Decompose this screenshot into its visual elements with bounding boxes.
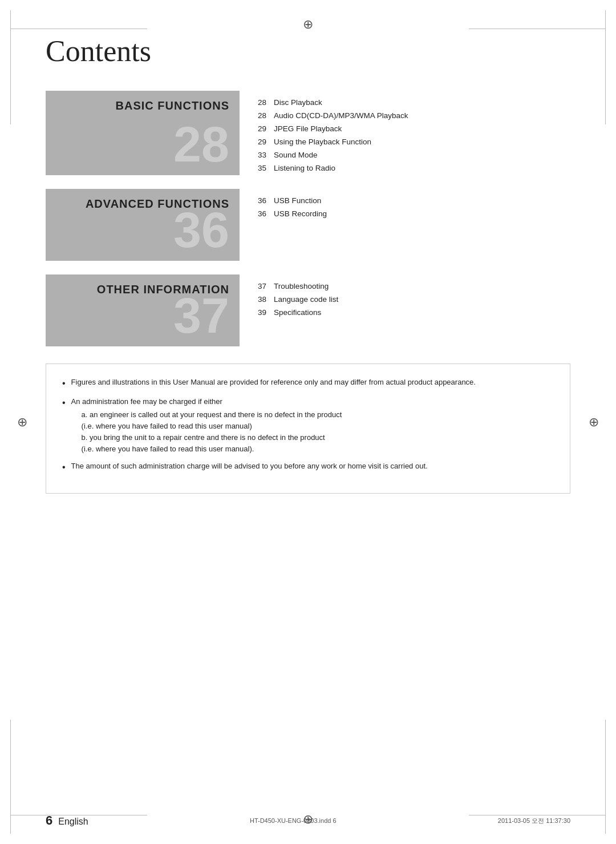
notice-item: •Figures and illustrations in this User …: [62, 377, 554, 391]
notice-bullet-icon: •: [62, 377, 66, 391]
toc-item-text: USB Recording: [274, 208, 327, 221]
toc-item-text: Listening to Radio: [274, 162, 335, 175]
toc-item-number: 36: [258, 195, 274, 208]
crosshair-right-icon: ⊕: [589, 415, 599, 430]
notice-box: •Figures and illustrations in this User …: [46, 364, 570, 494]
notice-main-text: An administration fee may be charged if …: [71, 397, 222, 406]
toc-box-number-basic: 28: [173, 119, 229, 169]
toc-item-text: JPEG File Playback: [274, 123, 342, 136]
left-border-top: [10, 10, 11, 124]
crosshair-top-icon: ⊕: [303, 17, 313, 32]
toc-item-number: 37: [258, 280, 274, 293]
toc-item: 33Sound Mode: [258, 149, 408, 162]
right-border-bottom: [605, 720, 606, 834]
notice-content: Figures and illustrations in this User M…: [71, 377, 554, 388]
notice-sub-item: a. an engineer is called out at your req…: [82, 409, 554, 432]
notice-sub-items: a. an engineer is called out at your req…: [82, 409, 554, 455]
toc-item-text: Audio CD(CD-DA)/MP3/WMA Playback: [274, 110, 408, 123]
toc-item-number: 39: [258, 306, 274, 320]
toc-box-basic-functions: BASIC FUNCTIONS 28: [46, 91, 240, 175]
toc-item: 28Audio CD(CD-DA)/MP3/WMA Playback: [258, 110, 408, 123]
toc-items-basic: 28Disc Playback28Audio CD(CD-DA)/MP3/WMA…: [240, 91, 408, 175]
toc-item: 37Troubleshooting: [258, 280, 338, 293]
toc-box-number-other: 37: [173, 290, 229, 341]
left-border-bottom: [10, 720, 11, 834]
toc-box-title-basic: BASIC FUNCTIONS: [116, 99, 229, 112]
toc-item: 29Using the Playback Function: [258, 136, 408, 149]
toc-item: 36USB Recording: [258, 208, 327, 221]
crosshair-left-icon: ⊕: [17, 415, 27, 430]
toc-sections: BASIC FUNCTIONS 28 28Disc Playback28Audi…: [46, 91, 570, 346]
notice-bullet-icon: •: [62, 461, 66, 475]
top-line-left: [10, 29, 147, 29]
toc-item-text: Specifications: [274, 306, 321, 320]
right-border-top: [605, 10, 606, 124]
top-line-right: [469, 29, 606, 29]
toc-item: 35Listening to Radio: [258, 162, 408, 175]
toc-item-number: 29: [258, 123, 274, 136]
toc-item-number: 35: [258, 162, 274, 175]
notice-item: •An administration fee may be charged if…: [62, 396, 554, 455]
page-title: Contents: [46, 34, 570, 68]
toc-section-advanced-functions: ADVANCED FUNCTIONS 36 36USB Function36US…: [46, 189, 570, 261]
notice-content: An administration fee may be charged if …: [71, 396, 554, 455]
toc-box-advanced-functions: ADVANCED FUNCTIONS 36: [46, 189, 240, 261]
toc-section-other-information: OTHER INFORMATION 37 37Troubleshooting38…: [46, 274, 570, 346]
toc-section-basic-functions: BASIC FUNCTIONS 28 28Disc Playback28Audi…: [46, 91, 570, 175]
toc-box-other-information: OTHER INFORMATION 37: [46, 274, 240, 346]
notice-bullet-icon: •: [62, 396, 66, 410]
toc-item-text: Disc Playback: [274, 96, 322, 110]
toc-item-text: Language code list: [274, 293, 338, 306]
toc-item-number: 36: [258, 208, 274, 221]
footer-language: English: [58, 817, 88, 827]
notice-content: The amount of such administration charge…: [71, 461, 554, 472]
toc-item: 39Specifications: [258, 306, 338, 320]
toc-items-advanced: 36USB Function36USB Recording: [240, 189, 327, 261]
toc-item-number: 29: [258, 136, 274, 149]
toc-item-text: USB Function: [274, 195, 321, 208]
toc-item: 38Language code list: [258, 293, 338, 306]
toc-box-number-advanced: 36: [173, 205, 229, 255]
footer-timestamp: 2011-03-05 오전 11:37:30: [498, 817, 570, 825]
toc-item-number: 38: [258, 293, 274, 306]
toc-item: 29JPEG File Playback: [258, 123, 408, 136]
toc-item-number: 28: [258, 110, 274, 123]
notice-item: •The amount of such administration charg…: [62, 461, 554, 475]
toc-items-other: 37Troubleshooting38Language code list39S…: [240, 274, 338, 346]
notice-main-text: Figures and illustrations in this User M…: [71, 378, 476, 386]
toc-item: 36USB Function: [258, 195, 327, 208]
toc-item-text: Using the Playback Function: [274, 136, 371, 149]
toc-item-text: Troubleshooting: [274, 280, 329, 293]
page-content: Contents BASIC FUNCTIONS 28 28Disc Playb…: [46, 34, 570, 810]
toc-item: 28Disc Playback: [258, 96, 408, 110]
toc-item-number: 33: [258, 149, 274, 162]
notice-main-text: The amount of such administration charge…: [71, 462, 428, 470]
notice-sub-item: b. you bring the unit to a repair centre…: [82, 432, 554, 455]
footer-filename: HT-D450-XU-ENG-0303.indd 6: [250, 817, 337, 824]
toc-item-text: Sound Mode: [274, 149, 318, 162]
toc-item-number: 28: [258, 96, 274, 110]
footer: 6 English HT-D450-XU-ENG-0303.indd 6 201…: [46, 813, 570, 828]
footer-page-number: 6: [46, 813, 52, 828]
